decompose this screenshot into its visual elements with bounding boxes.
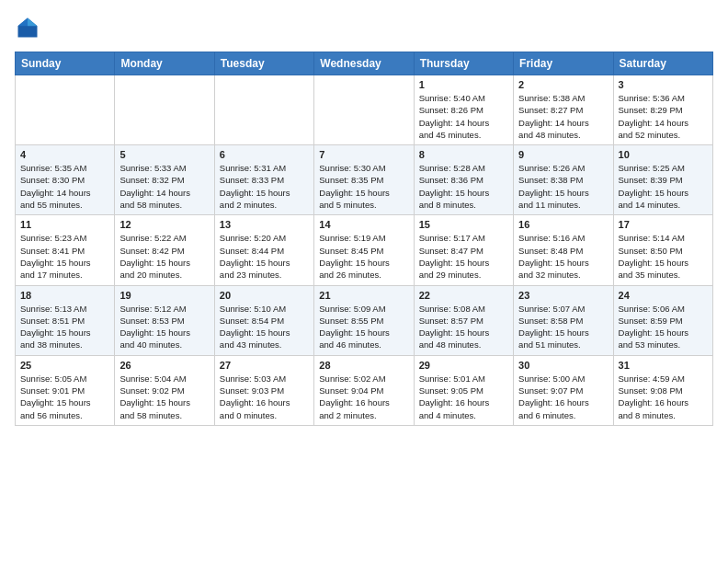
calendar-week-row: 1Sunrise: 5:40 AM Sunset: 8:26 PM Daylig… — [16, 75, 713, 145]
day-number: 5 — [119, 149, 209, 160]
calendar-week-row: 18Sunrise: 5:13 AM Sunset: 8:51 PM Dayli… — [16, 285, 713, 355]
calendar-cell — [115, 75, 214, 145]
day-number: 28 — [319, 360, 408, 371]
day-detail: Sunrise: 5:38 AM Sunset: 8:27 PM Dayligh… — [518, 92, 608, 141]
day-number: 24 — [619, 290, 708, 301]
calendar-cell: 30Sunrise: 5:00 AM Sunset: 9:07 PM Dayli… — [514, 355, 613, 425]
day-number: 10 — [619, 149, 708, 160]
day-number: 13 — [220, 219, 309, 230]
day-number: 30 — [518, 360, 608, 371]
day-number: 8 — [419, 149, 508, 160]
day-number: 7 — [319, 149, 408, 160]
day-detail: Sunrise: 5:12 AM Sunset: 8:53 PM Dayligh… — [119, 303, 209, 351]
calendar-cell: 7Sunrise: 5:30 AM Sunset: 8:35 PM Daylig… — [314, 145, 414, 215]
day-detail: Sunrise: 5:05 AM Sunset: 9:01 PM Dayligh… — [20, 373, 109, 421]
day-detail: Sunrise: 5:28 AM Sunset: 8:36 PM Dayligh… — [419, 162, 508, 211]
day-detail: Sunrise: 5:22 AM Sunset: 8:42 PM Dayligh… — [119, 232, 209, 281]
calendar-cell: 29Sunrise: 5:01 AM Sunset: 9:05 PM Dayli… — [414, 355, 513, 425]
calendar-cell: 17Sunrise: 5:14 AM Sunset: 8:50 PM Dayli… — [613, 215, 712, 285]
day-number: 11 — [20, 219, 109, 230]
day-detail: Sunrise: 5:26 AM Sunset: 8:38 PM Dayligh… — [518, 162, 608, 211]
calendar-cell: 11Sunrise: 5:23 AM Sunset: 8:41 PM Dayli… — [16, 215, 115, 285]
day-detail: Sunrise: 5:01 AM Sunset: 9:05 PM Dayligh… — [419, 373, 508, 421]
calendar-cell: 13Sunrise: 5:20 AM Sunset: 8:44 PM Dayli… — [214, 215, 313, 285]
day-number: 29 — [419, 360, 508, 371]
day-detail: Sunrise: 5:20 AM Sunset: 8:44 PM Dayligh… — [220, 232, 309, 281]
day-detail: Sunrise: 5:08 AM Sunset: 8:57 PM Dayligh… — [419, 303, 508, 351]
calendar-cell: 2Sunrise: 5:38 AM Sunset: 8:27 PM Daylig… — [514, 75, 613, 145]
day-detail: Sunrise: 5:35 AM Sunset: 8:30 PM Dayligh… — [20, 162, 109, 211]
day-number: 15 — [419, 219, 508, 230]
weekday-header-row: SundayMondayTuesdayWednesdayThursdayFrid… — [16, 52, 713, 75]
day-detail: Sunrise: 5:16 AM Sunset: 8:48 PM Dayligh… — [518, 232, 608, 281]
svg-marker-2 — [18, 18, 28, 27]
day-number: 18 — [20, 290, 109, 301]
day-number: 25 — [20, 360, 109, 371]
day-detail: Sunrise: 5:14 AM Sunset: 8:50 PM Dayligh… — [619, 232, 708, 281]
calendar-cell: 16Sunrise: 5:16 AM Sunset: 8:48 PM Dayli… — [514, 215, 613, 285]
calendar-week-row: 25Sunrise: 5:05 AM Sunset: 9:01 PM Dayli… — [16, 355, 713, 425]
logo — [15, 15, 44, 40]
calendar-cell: 19Sunrise: 5:12 AM Sunset: 8:53 PM Dayli… — [115, 285, 214, 355]
day-detail: Sunrise: 5:00 AM Sunset: 9:07 PM Dayligh… — [518, 373, 608, 421]
day-detail: Sunrise: 5:13 AM Sunset: 8:51 PM Dayligh… — [20, 303, 109, 351]
day-number: 21 — [319, 290, 408, 301]
day-number: 1 — [419, 79, 508, 90]
calendar-cell: 26Sunrise: 5:04 AM Sunset: 9:02 PM Dayli… — [115, 355, 214, 425]
calendar-cell: 5Sunrise: 5:33 AM Sunset: 8:32 PM Daylig… — [115, 145, 214, 215]
day-number: 31 — [619, 360, 708, 371]
weekday-header-thursday: Thursday — [414, 52, 513, 75]
day-detail: Sunrise: 4:59 AM Sunset: 9:08 PM Dayligh… — [619, 373, 708, 421]
day-number: 14 — [319, 219, 408, 230]
calendar-cell: 28Sunrise: 5:02 AM Sunset: 9:04 PM Dayli… — [314, 355, 414, 425]
calendar-cell — [314, 75, 414, 145]
day-number: 22 — [419, 290, 508, 301]
day-detail: Sunrise: 5:10 AM Sunset: 8:54 PM Dayligh… — [220, 303, 309, 351]
day-number: 27 — [220, 360, 309, 371]
weekday-header-sunday: Sunday — [16, 52, 115, 75]
day-detail: Sunrise: 5:17 AM Sunset: 8:47 PM Dayligh… — [419, 232, 508, 281]
day-detail: Sunrise: 5:07 AM Sunset: 8:58 PM Dayligh… — [518, 303, 608, 351]
calendar-cell: 4Sunrise: 5:35 AM Sunset: 8:30 PM Daylig… — [16, 145, 115, 215]
day-number: 19 — [119, 290, 209, 301]
day-number: 2 — [518, 79, 608, 90]
calendar-cell: 20Sunrise: 5:10 AM Sunset: 8:54 PM Dayli… — [214, 285, 313, 355]
calendar-cell — [16, 75, 115, 145]
day-detail: Sunrise: 5:23 AM Sunset: 8:41 PM Dayligh… — [20, 232, 109, 281]
weekday-header-saturday: Saturday — [613, 52, 712, 75]
day-detail: Sunrise: 5:02 AM Sunset: 9:04 PM Dayligh… — [319, 373, 408, 421]
calendar-cell: 22Sunrise: 5:08 AM Sunset: 8:57 PM Dayli… — [414, 285, 513, 355]
weekday-header-wednesday: Wednesday — [314, 52, 414, 75]
calendar-cell: 10Sunrise: 5:25 AM Sunset: 8:39 PM Dayli… — [613, 145, 712, 215]
day-number: 26 — [119, 360, 209, 371]
calendar-cell — [214, 75, 313, 145]
day-number: 20 — [220, 290, 309, 301]
weekday-header-tuesday: Tuesday — [214, 52, 313, 75]
calendar-cell: 27Sunrise: 5:03 AM Sunset: 9:03 PM Dayli… — [214, 355, 313, 425]
day-detail: Sunrise: 5:31 AM Sunset: 8:33 PM Dayligh… — [220, 162, 309, 211]
calendar-cell: 24Sunrise: 5:06 AM Sunset: 8:59 PM Dayli… — [613, 285, 712, 355]
day-number: 4 — [20, 149, 109, 160]
calendar-table: SundayMondayTuesdayWednesdayThursdayFrid… — [15, 52, 713, 426]
day-number: 16 — [518, 219, 608, 230]
day-number: 6 — [220, 149, 309, 160]
day-detail: Sunrise: 5:36 AM Sunset: 8:29 PM Dayligh… — [619, 92, 708, 141]
calendar-cell: 8Sunrise: 5:28 AM Sunset: 8:36 PM Daylig… — [414, 145, 513, 215]
day-detail: Sunrise: 5:09 AM Sunset: 8:55 PM Dayligh… — [319, 303, 408, 351]
day-detail: Sunrise: 5:03 AM Sunset: 9:03 PM Dayligh… — [220, 373, 309, 421]
calendar-cell: 23Sunrise: 5:07 AM Sunset: 8:58 PM Dayli… — [514, 285, 613, 355]
calendar-week-row: 4Sunrise: 5:35 AM Sunset: 8:30 PM Daylig… — [16, 145, 713, 215]
calendar-cell: 25Sunrise: 5:05 AM Sunset: 9:01 PM Dayli… — [16, 355, 115, 425]
calendar-cell: 18Sunrise: 5:13 AM Sunset: 8:51 PM Dayli… — [16, 285, 115, 355]
calendar-cell: 12Sunrise: 5:22 AM Sunset: 8:42 PM Dayli… — [115, 215, 214, 285]
calendar-cell: 3Sunrise: 5:36 AM Sunset: 8:29 PM Daylig… — [613, 75, 712, 145]
day-detail: Sunrise: 5:33 AM Sunset: 8:32 PM Dayligh… — [119, 162, 209, 211]
weekday-header-friday: Friday — [514, 52, 613, 75]
page-header — [15, 15, 713, 40]
calendar-cell: 6Sunrise: 5:31 AM Sunset: 8:33 PM Daylig… — [214, 145, 313, 215]
day-number: 9 — [518, 149, 608, 160]
day-number: 23 — [518, 290, 608, 301]
day-detail: Sunrise: 5:06 AM Sunset: 8:59 PM Dayligh… — [619, 303, 708, 351]
calendar-cell: 9Sunrise: 5:26 AM Sunset: 8:38 PM Daylig… — [514, 145, 613, 215]
calendar-cell: 31Sunrise: 4:59 AM Sunset: 9:08 PM Dayli… — [613, 355, 712, 425]
